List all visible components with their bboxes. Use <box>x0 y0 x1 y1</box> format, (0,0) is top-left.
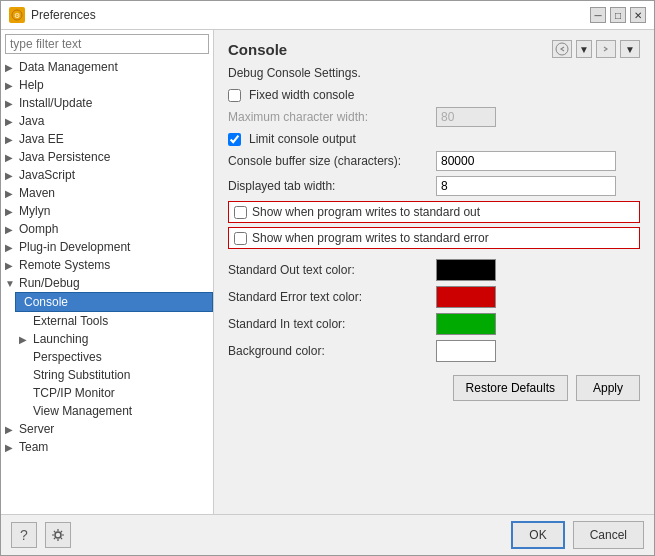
nav-back-button[interactable] <box>552 40 572 58</box>
apply-button[interactable]: Apply <box>576 375 640 401</box>
filter-input[interactable] <box>5 34 209 54</box>
nav-menu-button[interactable]: ▼ <box>576 40 592 58</box>
sidebar-item-data-management[interactable]: ▶ Data Management <box>1 58 213 76</box>
window-controls: ─ □ ✕ <box>590 7 646 23</box>
sidebar-item-javascript[interactable]: ▶ JavaScript <box>1 166 213 184</box>
fixed-width-checkbox[interactable] <box>228 89 241 102</box>
footer-right: OK Cancel <box>511 521 644 549</box>
sidebar-item-oomph[interactable]: ▶ Oomph <box>1 220 213 238</box>
stdout-color-row: Standard Out text color: <box>228 259 640 281</box>
sidebar-item-console[interactable]: Console <box>15 292 213 312</box>
sidebar-item-java[interactable]: ▶ Java <box>1 112 213 130</box>
view-management-indent: View Management <box>1 402 213 420</box>
right-panel: Console ▼ ▼ <box>214 30 654 514</box>
nav-forward-button[interactable] <box>596 40 616 58</box>
console-label: Console <box>24 295 68 309</box>
sidebar-item-server[interactable]: ▶ Server <box>1 420 213 438</box>
stdout-color-label: Standard Out text color: <box>228 263 428 277</box>
fixed-width-row: Fixed width console <box>228 88 640 102</box>
sidebar-item-maven[interactable]: ▶ Maven <box>1 184 213 202</box>
show-stderr-checkbox[interactable] <box>234 232 247 245</box>
sidebar-item-java-ee[interactable]: ▶ Java EE <box>1 130 213 148</box>
sidebar-item-perspectives[interactable]: Perspectives <box>15 348 213 366</box>
show-stdout-row: Show when program writes to standard out <box>228 201 640 223</box>
expand-arrow: ▶ <box>5 188 19 199</box>
expand-arrow <box>19 370 33 381</box>
footer-bar: ? OK Cancel <box>1 514 654 555</box>
tab-width-input[interactable] <box>436 176 616 196</box>
maximize-button[interactable]: □ <box>610 7 626 23</box>
limit-output-row: Limit console output <box>228 132 640 146</box>
console-indent: Console <box>1 292 213 312</box>
limit-output-checkbox[interactable] <box>228 133 241 146</box>
window-title: Preferences <box>31 8 584 22</box>
expand-arrow: ▶ <box>5 170 19 181</box>
stdin-color-picker[interactable] <box>436 313 496 335</box>
external-tools-indent: External Tools <box>1 312 213 330</box>
stdin-color-label: Standard In text color: <box>228 317 428 331</box>
restore-defaults-button[interactable]: Restore Defaults <box>453 375 568 401</box>
panel-header: Console ▼ ▼ <box>228 40 640 58</box>
sidebar-item-tcpip-monitor[interactable]: TCP/IP Monitor <box>15 384 213 402</box>
sidebar-item-team[interactable]: ▶ Team <box>1 438 213 456</box>
show-stderr-label: Show when program writes to standard err… <box>252 231 489 245</box>
help-button[interactable]: ? <box>11 522 37 548</box>
sidebar-item-view-management[interactable]: View Management <box>15 402 213 420</box>
stderr-color-picker[interactable] <box>436 286 496 308</box>
fixed-width-label: Fixed width console <box>249 88 354 102</box>
expand-arrow: ▶ <box>5 224 19 235</box>
tab-width-row: Displayed tab width: <box>228 176 640 196</box>
buffer-size-label: Console buffer size (characters): <box>228 154 428 168</box>
sidebar-item-launching[interactable]: ▶ Launching <box>15 330 213 348</box>
sidebar-item-run-debug[interactable]: ▼ Run/Debug <box>1 274 213 292</box>
content-area: ▶ Data Management ▶ Help ▶ Install/Updat… <box>1 30 654 514</box>
ok-button[interactable]: OK <box>511 521 564 549</box>
tcpip-indent: TCP/IP Monitor <box>1 384 213 402</box>
panel-title-actions: ▼ ▼ <box>552 40 640 58</box>
launching-indent: ▶ Launching <box>1 330 213 348</box>
debug-subtitle: Debug Console Settings. <box>228 66 640 80</box>
sidebar-item-mylyn[interactable]: ▶ Mylyn <box>1 202 213 220</box>
sidebar-item-external-tools[interactable]: External Tools <box>15 312 213 330</box>
left-panel: ▶ Data Management ▶ Help ▶ Install/Updat… <box>1 30 214 514</box>
bg-color-picker[interactable] <box>436 340 496 362</box>
sidebar-item-help[interactable]: ▶ Help <box>1 76 213 94</box>
title-bar: ⚙ Preferences ─ □ ✕ <box>1 1 654 30</box>
expand-arrow: ▶ <box>5 134 19 145</box>
expand-arrow <box>19 352 33 363</box>
close-button[interactable]: ✕ <box>630 7 646 23</box>
expand-arrow: ▶ <box>5 206 19 217</box>
expand-arrow: ▶ <box>5 424 19 435</box>
sidebar-item-install-update[interactable]: ▶ Install/Update <box>1 94 213 112</box>
expand-arrow: ▶ <box>5 116 19 127</box>
show-stdout-label: Show when program writes to standard out <box>252 205 480 219</box>
limit-output-label: Limit console output <box>249 132 356 146</box>
expand-arrow <box>19 388 33 399</box>
expand-arrow <box>19 316 33 327</box>
settings-button[interactable] <box>45 522 71 548</box>
show-stderr-row: Show when program writes to standard err… <box>228 227 640 249</box>
sidebar-item-remote-systems[interactable]: ▶ Remote Systems <box>1 256 213 274</box>
expand-arrow: ▶ <box>19 334 33 345</box>
sidebar-item-plugin-development[interactable]: ▶ Plug-in Development <box>1 238 213 256</box>
sidebar-item-java-persistence[interactable]: ▶ Java Persistence <box>1 148 213 166</box>
footer-left: ? <box>11 522 71 548</box>
panel-title-text: Console <box>228 41 287 58</box>
expand-arrow: ▶ <box>5 260 19 271</box>
buffer-size-input[interactable] <box>436 151 616 171</box>
tree-area: ▶ Data Management ▶ Help ▶ Install/Updat… <box>1 58 213 514</box>
expand-arrow: ▶ <box>5 152 19 163</box>
minimize-button[interactable]: ─ <box>590 7 606 23</box>
stderr-color-row: Standard Error text color: <box>228 286 640 308</box>
stdout-color-picker[interactable] <box>436 259 496 281</box>
nav-dropdown-button[interactable]: ▼ <box>620 40 640 58</box>
svg-point-3 <box>55 532 61 538</box>
sidebar-item-string-substitution[interactable]: String Substitution <box>15 366 213 384</box>
stderr-color-label: Standard Error text color: <box>228 290 428 304</box>
expand-arrow <box>19 406 33 417</box>
stdin-color-row: Standard In text color: <box>228 313 640 335</box>
cancel-button[interactable]: Cancel <box>573 521 644 549</box>
perspectives-indent: Perspectives <box>1 348 213 366</box>
show-stdout-checkbox[interactable] <box>234 206 247 219</box>
expand-arrow: ▶ <box>5 442 19 453</box>
